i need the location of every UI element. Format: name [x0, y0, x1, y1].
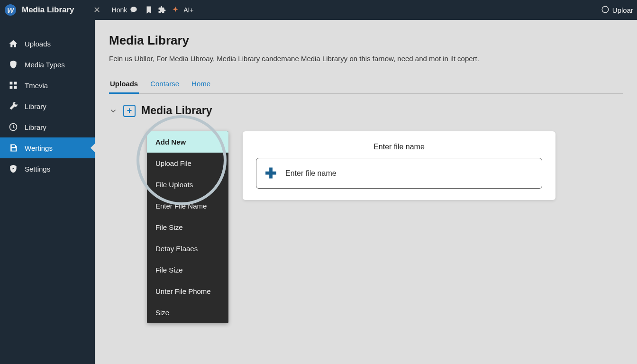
sidebar-item-settings[interactable]: Settings: [0, 158, 95, 179]
svg-rect-1: [10, 82, 13, 85]
wrench-icon: [9, 101, 18, 111]
sidebar-label: Media Types: [25, 61, 65, 69]
sidebar-label: Settings: [25, 165, 50, 173]
topbar-item-ai[interactable]: AI+: [183, 6, 193, 14]
upload-button[interactable]: Uploar: [601, 5, 633, 15]
sidebar-item-tmevia[interactable]: Tmevia: [0, 75, 95, 96]
sidebar-item-media-types[interactable]: Media Types: [0, 54, 95, 75]
tab-contarse[interactable]: Contarse: [149, 75, 180, 93]
tab-home[interactable]: Home: [191, 75, 211, 93]
sidebar-label: Library: [25, 123, 46, 131]
menu-item-file-size-2[interactable]: File Size: [147, 259, 228, 281]
sidebar-label: Wertings: [25, 144, 53, 152]
page-description: Fein us Ubllor, For Media Ubroay, Media …: [109, 55, 623, 63]
sidebar-label: Uploads: [25, 40, 51, 48]
svg-rect-2: [14, 82, 17, 85]
file-name-placeholder: Enter file name: [285, 169, 337, 178]
settings-icon: [9, 164, 18, 173]
topbar-item-honk[interactable]: Honk: [112, 6, 138, 14]
plus-icon: ✚: [265, 165, 277, 182]
menu-item-upload-file[interactable]: Upload File: [147, 153, 228, 174]
puzzle-icon[interactable]: [158, 6, 166, 14]
menu-item-detay-elaaes[interactable]: Detay Elaaes: [147, 238, 228, 259]
upload-card-label: Enter file name: [256, 143, 542, 151]
section-header: + Media Library: [109, 104, 623, 117]
sidebar-item-library-1[interactable]: Library: [0, 96, 95, 117]
topbar-label: AI+: [183, 6, 193, 14]
menu-item-enter-file-name[interactable]: Enter File Name: [147, 195, 228, 217]
chevron-down-icon[interactable]: [109, 107, 118, 115]
file-name-input[interactable]: ✚ Enter file name: [256, 158, 542, 189]
clock-icon: [9, 122, 18, 132]
svg-rect-4: [14, 86, 17, 89]
menu-item-file-size-1[interactable]: File Size: [147, 217, 228, 238]
svg-point-0: [602, 6, 609, 13]
chat-icon: [129, 6, 138, 14]
topbar: W Media Library ✕ Honk AI+ Uploar: [0, 0, 637, 20]
tab-uploads[interactable]: Uploads: [109, 75, 139, 94]
upload-label: Uploar: [612, 6, 633, 14]
topbar-title: Media Library: [22, 5, 74, 15]
sidebar-label: Library: [25, 102, 46, 110]
save-icon: [9, 143, 18, 153]
context-menu: Add New Upload File File Uploats Enter F…: [147, 131, 228, 323]
upload-card: Enter file name ✚ Enter file name: [243, 131, 555, 200]
add-section-button[interactable]: +: [123, 105, 136, 117]
section-title: Media Library: [141, 104, 212, 117]
close-icon[interactable]: ✕: [93, 5, 100, 15]
menu-item-size[interactable]: Size: [147, 302, 228, 323]
app-logo-icon[interactable]: W: [5, 4, 16, 16]
sidebar-item-uploads[interactable]: Uploads: [0, 33, 95, 54]
circle-icon: [601, 5, 610, 15]
sidebar-item-library-2[interactable]: Library: [0, 117, 95, 137]
bookmark-icon[interactable]: [145, 6, 153, 14]
topbar-label: Honk: [112, 6, 127, 14]
menu-item-file-uploats[interactable]: File Uploats: [147, 174, 228, 195]
sidebar-item-wertings[interactable]: Wertings: [0, 137, 95, 158]
sparkle-icon[interactable]: [171, 6, 180, 14]
sidebar: Uploads Media Types Tmevia Library Libra…: [0, 20, 95, 364]
page-title: Media Library: [109, 33, 623, 48]
home-icon: [9, 39, 18, 48]
menu-item-unter-file-phome[interactable]: Unter File Phome: [147, 281, 228, 302]
grid-icon: [9, 81, 18, 90]
shield-icon: [9, 60, 18, 69]
sidebar-label: Tmevia: [25, 82, 48, 90]
svg-rect-3: [10, 86, 13, 89]
main-content: Media Library Fein us Ubllor, For Media …: [95, 20, 637, 364]
menu-item-add-new[interactable]: Add New: [147, 131, 228, 153]
tabs: Uploads Contarse Home: [109, 75, 623, 94]
